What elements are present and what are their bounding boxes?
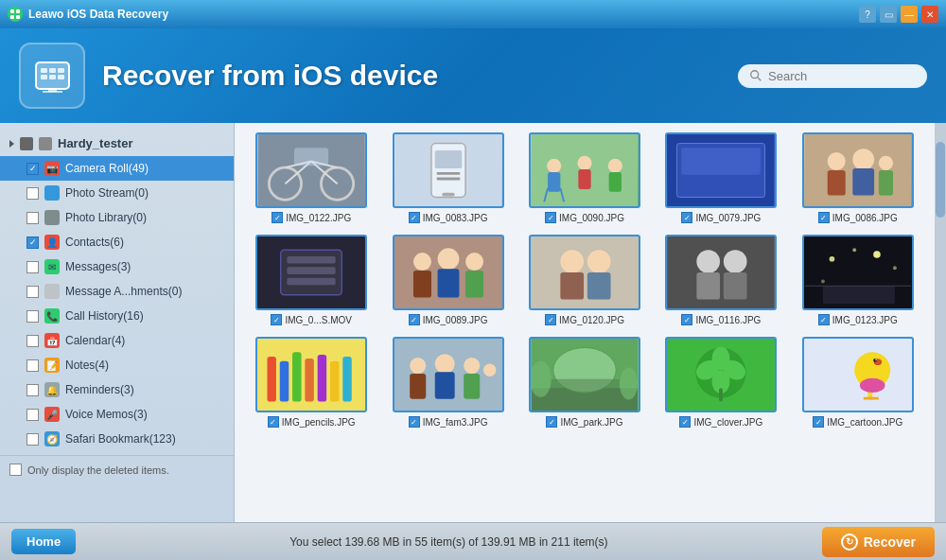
device-icon bbox=[39, 137, 52, 150]
grid-item-0[interactable]: IMG_0122.JPG bbox=[249, 132, 374, 223]
sidebar-item-contacts[interactable]: 👤 Contacts(6) bbox=[0, 230, 234, 254]
thumb-8 bbox=[665, 235, 777, 310]
calendar-checkbox[interactable] bbox=[26, 335, 39, 347]
device-item[interactable]: Hardy_tester bbox=[0, 131, 234, 156]
notes-checkbox[interactable] bbox=[26, 359, 39, 372]
sidebar-item-reminders[interactable]: 🔔 Reminders(3) bbox=[0, 377, 234, 402]
only-deleted-checkbox[interactable] bbox=[9, 464, 22, 476]
camera-roll-checkbox[interactable] bbox=[26, 163, 39, 175]
messages-checkbox[interactable] bbox=[26, 261, 39, 273]
grid-check-1[interactable] bbox=[409, 212, 420, 223]
grid-check-0[interactable] bbox=[272, 212, 283, 223]
sidebar-item-messages[interactable]: ✉ Messages(3) bbox=[0, 254, 234, 279]
svg-point-45 bbox=[879, 156, 893, 170]
photo-library-checkbox[interactable] bbox=[26, 212, 39, 224]
safari-label: Safari Bookmark(123) bbox=[65, 432, 176, 446]
grid-check-8[interactable] bbox=[681, 314, 692, 325]
svg-rect-66 bbox=[668, 236, 774, 308]
recover-button[interactable]: ↻ Recover bbox=[822, 527, 935, 557]
label-1: IMG_0083.JPG bbox=[409, 212, 488, 223]
search-box[interactable] bbox=[738, 64, 927, 88]
home-button[interactable]: Home bbox=[11, 529, 76, 554]
messages-label: Messages(3) bbox=[65, 260, 131, 273]
grid-check-10[interactable] bbox=[268, 416, 279, 428]
photo-stream-label: Photo Stream(0) bbox=[65, 186, 149, 200]
grid-item-3[interactable]: DISPLAY IMG_0079.JPG bbox=[658, 132, 783, 223]
scroll-thumb[interactable] bbox=[936, 142, 945, 218]
svg-rect-28 bbox=[442, 193, 454, 197]
grid-item-4[interactable]: IMG_0086.JPG bbox=[796, 132, 920, 223]
only-deleted-toggle[interactable]: Only display the deleted items. bbox=[0, 455, 234, 483]
grid-check-5[interactable] bbox=[271, 314, 282, 325]
label-6: IMG_0089.JPG bbox=[409, 314, 488, 325]
reminders-checkbox[interactable] bbox=[26, 384, 39, 396]
maximize-button[interactable]: — bbox=[901, 6, 918, 23]
grid-check-11[interactable] bbox=[409, 416, 420, 428]
close-button[interactable]: ✕ bbox=[921, 6, 938, 23]
photo-stream-icon bbox=[44, 185, 60, 201]
thumb-3: DISPLAY bbox=[665, 132, 777, 208]
call-history-icon: 📞 bbox=[44, 308, 60, 324]
grid-item-7[interactable]: IMG_0120.JPG bbox=[522, 235, 647, 325]
messages-icon: ✉ bbox=[44, 259, 60, 274]
sidebar-item-photo-library[interactable]: Photo Library(0) bbox=[0, 205, 234, 230]
only-deleted-label: Only display the deleted items. bbox=[27, 464, 169, 476]
grid-check-9[interactable] bbox=[818, 314, 830, 325]
grid-item-14[interactable]: IMG_cartoon.JPG bbox=[796, 337, 920, 428]
grid-check-3[interactable] bbox=[681, 212, 692, 223]
grid-check-14[interactable] bbox=[813, 416, 824, 428]
grid-check-12[interactable] bbox=[546, 416, 557, 428]
sidebar-item-notes[interactable]: 📝 Notes(4) bbox=[0, 353, 234, 377]
sidebar-item-call-history[interactable]: 📞 Call History(16) bbox=[0, 304, 234, 328]
sidebar-item-calendar[interactable]: 📅 Calendar(4) bbox=[0, 328, 234, 353]
voice-memos-checkbox[interactable] bbox=[26, 409, 39, 421]
grid-check-7[interactable] bbox=[545, 314, 556, 325]
safari-checkbox[interactable] bbox=[26, 433, 39, 446]
grid-check-13[interactable] bbox=[679, 416, 691, 428]
sidebar-item-photo-stream[interactable]: Photo Stream(0) bbox=[0, 181, 234, 205]
sidebar: Hardy_tester 📷 Camera Roll(49) Photo Str… bbox=[0, 123, 235, 522]
grid-item-8[interactable]: IMG_0116.JPG bbox=[658, 235, 783, 325]
sidebar-item-safari[interactable]: 🧭 Safari Bookmark(123) bbox=[0, 427, 234, 451]
msg-att-checkbox[interactable] bbox=[26, 286, 39, 298]
notes-label: Notes(4) bbox=[65, 359, 109, 372]
call-history-checkbox[interactable] bbox=[26, 310, 39, 323]
camera-icon: 📷 bbox=[44, 161, 60, 176]
footer: Home You select 139.68 MB in 55 item(s) … bbox=[0, 522, 946, 560]
search-input[interactable] bbox=[768, 69, 916, 83]
svg-point-113 bbox=[875, 359, 877, 361]
label-14: IMG_cartoon.JPG bbox=[813, 416, 902, 428]
photo-stream-checkbox[interactable] bbox=[26, 187, 39, 200]
grid-item-13[interactable]: IMG_clover.JPG bbox=[658, 337, 783, 428]
app-logo bbox=[19, 43, 85, 109]
svg-rect-77 bbox=[823, 286, 895, 304]
svg-point-105 bbox=[712, 347, 730, 371]
contacts-checkbox[interactable] bbox=[26, 236, 39, 249]
footer-status: You select 139.68 MB in 55 item(s) of 13… bbox=[85, 535, 813, 549]
sidebar-item-message-attachments[interactable]: Message A...hments(0) bbox=[0, 279, 234, 304]
scrollbar[interactable] bbox=[935, 123, 946, 522]
minimize-button[interactable]: ▭ bbox=[880, 6, 897, 23]
grid-item-10[interactable]: IMG_pencils.JPG bbox=[249, 337, 374, 428]
grid-item-12[interactable]: IMG_park.JPG bbox=[522, 337, 647, 428]
grid-item-6[interactable]: IMG_0089.JPG bbox=[385, 235, 510, 325]
reminders-icon: 🔔 bbox=[44, 382, 60, 397]
svg-rect-84 bbox=[318, 355, 327, 401]
label-7: IMG_0120.JPG bbox=[545, 314, 624, 325]
grid-check-6[interactable] bbox=[409, 314, 420, 325]
grid-item-1[interactable]: IMG_0083.JPG bbox=[385, 132, 510, 223]
sidebar-item-voice-memos[interactable]: 🎤 Voice Memos(3) bbox=[0, 402, 234, 427]
grid-item-9[interactable]: IMG_0123.JPG bbox=[796, 235, 920, 325]
sidebar-item-camera-roll[interactable]: 📷 Camera Roll(49) bbox=[0, 156, 234, 181]
grid-item-2[interactable]: IMG_0090.JPG bbox=[522, 132, 647, 223]
grid-check-4[interactable] bbox=[818, 212, 830, 223]
grid-check-2[interactable] bbox=[545, 212, 556, 223]
svg-point-63 bbox=[587, 250, 611, 273]
svg-rect-26 bbox=[436, 172, 460, 175]
help-button[interactable]: ? bbox=[859, 6, 876, 23]
svg-point-31 bbox=[577, 156, 591, 170]
grid-item-5[interactable]: IMG_0...S.MOV bbox=[249, 235, 374, 325]
thumb-2 bbox=[529, 132, 640, 208]
svg-rect-94 bbox=[464, 374, 480, 399]
grid-item-11[interactable]: IMG_fam3.JPG bbox=[385, 337, 510, 428]
